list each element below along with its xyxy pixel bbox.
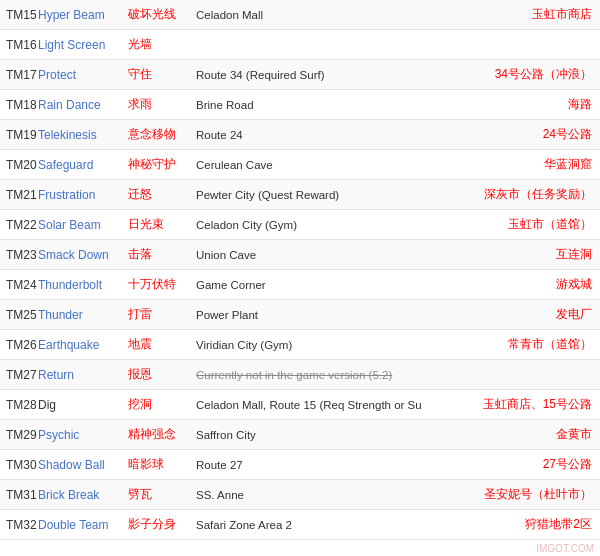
table-row: TM25Thunder打雷Power Plant发电厂 bbox=[0, 300, 600, 330]
move-name-cn: 暗影球 bbox=[128, 456, 196, 473]
tm-number: TM27 bbox=[0, 368, 38, 382]
table-row: TM16Light Screen光墙 bbox=[0, 30, 600, 60]
tm-number: TM20 bbox=[0, 158, 38, 172]
location-cn: 34号公路（冲浪） bbox=[445, 66, 600, 83]
tm-number: TM26 bbox=[0, 338, 38, 352]
location-cn: 深灰市（任务奖励） bbox=[445, 186, 600, 203]
tm-number: TM23 bbox=[0, 248, 38, 262]
tm-number: TM15 bbox=[0, 8, 38, 22]
location-en: Route 34 (Required Surf) bbox=[196, 69, 445, 81]
table-row: TM29Psychic精神强念Saffron City金黄市 bbox=[0, 420, 600, 450]
move-name-en: Dig bbox=[38, 398, 128, 412]
move-name-en: Protect bbox=[38, 68, 128, 82]
tm-table: TM15Hyper Beam破坏光线Celadon Mall玉虹市商店TM16L… bbox=[0, 0, 600, 540]
location-en: Brine Road bbox=[196, 99, 445, 111]
move-name-cn: 影子分身 bbox=[128, 516, 196, 533]
location-cn: 华蓝洞窟 bbox=[445, 156, 600, 173]
location-en: Celadon Mall, Route 15 (Req Strength or … bbox=[196, 399, 445, 411]
location-en: Game Corner bbox=[196, 279, 445, 291]
location-cn: 海路 bbox=[445, 96, 600, 113]
move-name-cn: 地震 bbox=[128, 336, 196, 353]
location-en: Route 24 bbox=[196, 129, 445, 141]
tm-number: TM17 bbox=[0, 68, 38, 82]
watermark: IMGOT.COM bbox=[530, 541, 600, 556]
move-name-en: Solar Beam bbox=[38, 218, 128, 232]
table-row: TM30Shadow Ball暗影球Route 2727号公路 bbox=[0, 450, 600, 480]
table-row: TM32Double Team影子分身Safari Zone Area 2狩猎地… bbox=[0, 510, 600, 540]
move-name-en: Thunder bbox=[38, 308, 128, 322]
move-name-cn: 击落 bbox=[128, 246, 196, 263]
table-row: TM28Dig挖洞Celadon Mall, Route 15 (Req Str… bbox=[0, 390, 600, 420]
location-en: Union Cave bbox=[196, 249, 445, 261]
location-en: SS. Anne bbox=[196, 489, 445, 501]
move-name-en: Safeguard bbox=[38, 158, 128, 172]
location-en: Cerulean Cave bbox=[196, 159, 445, 171]
move-name-cn: 光墙 bbox=[128, 36, 196, 53]
tm-number: TM16 bbox=[0, 38, 38, 52]
move-name-en: Thunderbolt bbox=[38, 278, 128, 292]
location-cn: 玉虹市（道馆） bbox=[445, 216, 600, 233]
table-row: TM22Solar Beam日光束Celadon City (Gym)玉虹市（道… bbox=[0, 210, 600, 240]
tm-number: TM18 bbox=[0, 98, 38, 112]
tm-number: TM24 bbox=[0, 278, 38, 292]
table-row: TM18Rain Dance求雨Brine Road海路 bbox=[0, 90, 600, 120]
table-row: TM15Hyper Beam破坏光线Celadon Mall玉虹市商店 bbox=[0, 0, 600, 30]
location-cn: 游戏城 bbox=[445, 276, 600, 293]
move-name-cn: 精神强念 bbox=[128, 426, 196, 443]
move-name-en: Telekinesis bbox=[38, 128, 128, 142]
tm-number: TM28 bbox=[0, 398, 38, 412]
move-name-cn: 劈瓦 bbox=[128, 486, 196, 503]
tm-number: TM31 bbox=[0, 488, 38, 502]
move-name-en: Shadow Ball bbox=[38, 458, 128, 472]
location-cn: 玉虹市商店 bbox=[445, 6, 600, 23]
location-en: Celadon Mall bbox=[196, 9, 445, 21]
move-name-cn: 打雷 bbox=[128, 306, 196, 323]
location-cn: 27号公路 bbox=[445, 456, 600, 473]
move-name-cn: 日光束 bbox=[128, 216, 196, 233]
tm-number: TM30 bbox=[0, 458, 38, 472]
move-name-cn: 报恩 bbox=[128, 366, 196, 383]
table-row: TM20Safeguard神秘守护Cerulean Cave华蓝洞窟 bbox=[0, 150, 600, 180]
location-cn: 发电厂 bbox=[445, 306, 600, 323]
move-name-en: Light Screen bbox=[38, 38, 128, 52]
move-name-en: Double Team bbox=[38, 518, 128, 532]
move-name-cn: 求雨 bbox=[128, 96, 196, 113]
tm-number: TM32 bbox=[0, 518, 38, 532]
location-cn: 互连洞 bbox=[445, 246, 600, 263]
table-row: TM26Earthquake地震Viridian City (Gym)常青市（道… bbox=[0, 330, 600, 360]
table-row: TM17Protect守住Route 34 (Required Surf)34号… bbox=[0, 60, 600, 90]
location-cn: 常青市（道馆） bbox=[445, 336, 600, 353]
tm-number: TM19 bbox=[0, 128, 38, 142]
location-cn: 24号公路 bbox=[445, 126, 600, 143]
location-cn: 圣安妮号（杜叶市） bbox=[445, 486, 600, 503]
table-row: TM24Thunderbolt十万伏特Game Corner游戏城 bbox=[0, 270, 600, 300]
table-row: TM31Brick Break劈瓦SS. Anne圣安妮号（杜叶市） bbox=[0, 480, 600, 510]
move-name-en: Earthquake bbox=[38, 338, 128, 352]
move-name-en: Rain Dance bbox=[38, 98, 128, 112]
move-name-en: Psychic bbox=[38, 428, 128, 442]
location-en: Saffron City bbox=[196, 429, 445, 441]
location-en: Currently not in the game version (5.2) bbox=[196, 369, 445, 381]
move-name-cn: 守住 bbox=[128, 66, 196, 83]
location-cn: 狩猎地带2区 bbox=[445, 516, 600, 533]
move-name-cn: 神秘守护 bbox=[128, 156, 196, 173]
location-en: Safari Zone Area 2 bbox=[196, 519, 445, 531]
move-name-cn: 意念移物 bbox=[128, 126, 196, 143]
table-row: TM19Telekinesis意念移物Route 2424号公路 bbox=[0, 120, 600, 150]
table-row: TM23Smack Down击落Union Cave互连洞 bbox=[0, 240, 600, 270]
location-en: Route 27 bbox=[196, 459, 445, 471]
location-cn: 金黄市 bbox=[445, 426, 600, 443]
location-en: Celadon City (Gym) bbox=[196, 219, 445, 231]
tm-number: TM21 bbox=[0, 188, 38, 202]
move-name-en: Frustration bbox=[38, 188, 128, 202]
move-name-en: Smack Down bbox=[38, 248, 128, 262]
move-name-en: Brick Break bbox=[38, 488, 128, 502]
tm-number: TM22 bbox=[0, 218, 38, 232]
table-row: TM27Return报恩Currently not in the game ve… bbox=[0, 360, 600, 390]
move-name-cn: 十万伏特 bbox=[128, 276, 196, 293]
move-name-cn: 破坏光线 bbox=[128, 6, 196, 23]
location-en: Power Plant bbox=[196, 309, 445, 321]
location-en: Viridian City (Gym) bbox=[196, 339, 445, 351]
move-name-en: Return bbox=[38, 368, 128, 382]
location-cn: 玉虹商店、15号公路 bbox=[445, 396, 600, 413]
